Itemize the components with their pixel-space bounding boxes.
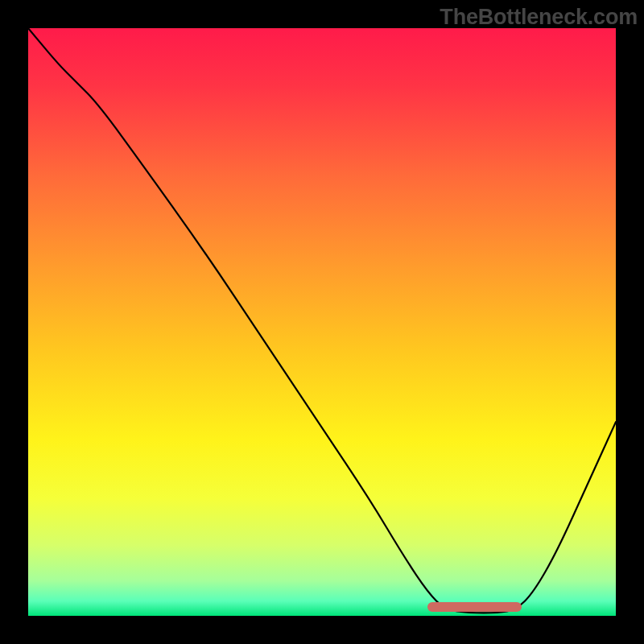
valley-highlight bbox=[427, 602, 522, 612]
bottleneck-curve bbox=[28, 28, 616, 616]
watermark-text: TheBottleneck.com bbox=[440, 5, 638, 30]
chart-container: TheBottleneck.com bbox=[0, 0, 644, 644]
plot-area bbox=[28, 28, 616, 616]
